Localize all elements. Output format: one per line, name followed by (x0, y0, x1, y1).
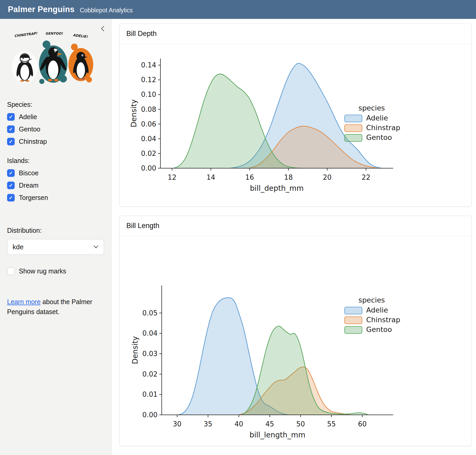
artwork-label-adelie: ADÉLIE! (73, 33, 88, 39)
distribution-group: Distribution: kde (7, 227, 104, 255)
svg-text:Gentoo: Gentoo (366, 325, 392, 334)
checkbox-icon (7, 169, 15, 177)
svg-text:Chinstrap: Chinstrap (366, 316, 400, 324)
sidebar-collapse-button[interactable] (99, 24, 107, 34)
svg-text:Gentoo: Gentoo (366, 133, 392, 141)
bill-length-card-title: Bill Length (120, 216, 472, 236)
svg-text:14: 14 (207, 173, 215, 181)
svg-text:bill_depth_mm: bill_depth_mm (250, 184, 304, 193)
island-option-biscoe[interactable]: Biscoe (7, 169, 104, 177)
svg-text:18: 18 (284, 173, 293, 181)
main-content: Bill Depth 1214161820220.000.020.040.060… (111, 19, 476, 455)
svg-text:Chinstrap: Chinstrap (366, 124, 400, 132)
islands-filter-group: Islands: Biscoe Dream Torgersen (7, 157, 104, 202)
svg-text:0.04: 0.04 (141, 135, 156, 143)
svg-text:0.00: 0.00 (142, 411, 158, 419)
learn-more-link[interactable]: Learn more (7, 298, 41, 305)
svg-text:0.02: 0.02 (141, 150, 156, 157)
svg-text:Adelie: Adelie (366, 306, 388, 314)
svg-text:20: 20 (323, 173, 332, 181)
penguins-artwork-image: CHINSTRAP! GENTOO! ADÉLIE! (7, 31, 96, 87)
svg-text:0.14: 0.14 (141, 61, 156, 69)
learn-more-text: Learn more about the Palmer Penguins dat… (7, 297, 98, 317)
checkbox-icon (7, 113, 15, 121)
svg-text:0.04: 0.04 (142, 329, 158, 337)
svg-text:Adelie: Adelie (366, 114, 388, 122)
checkbox-label: Show rug marks (19, 267, 66, 275)
svg-text:bill_length_mm: bill_length_mm (250, 431, 305, 439)
chinstrap-penguin-illustration (12, 51, 38, 83)
checkbox-label: Biscoe (19, 169, 39, 177)
svg-text:0.00: 0.00 (141, 164, 156, 172)
checkbox-icon (7, 125, 15, 133)
app-layout: CHINSTRAP! GENTOO! ADÉLIE! (0, 19, 476, 455)
app-header: Palmer Penguins Cobblepot Analytics (0, 0, 476, 19)
svg-text:0.03: 0.03 (142, 350, 158, 358)
checkbox-label: Adelie (19, 113, 37, 121)
svg-text:0.05: 0.05 (142, 309, 158, 317)
bill-length-chart: 303540455055600.000.010.020.030.040.05bi… (121, 237, 469, 444)
bill-depth-card: Bill Depth 1214161820220.000.020.040.060… (119, 24, 472, 207)
svg-text:species: species (359, 104, 385, 112)
sidebar: CHINSTRAP! GENTOO! ADÉLIE! (0, 19, 111, 455)
species-filter-group: Species: Adelie Gentoo Chinstrap (7, 101, 104, 145)
species-group-label: Species: (7, 101, 104, 108)
svg-text:0.06: 0.06 (141, 120, 156, 128)
checkbox-label: Dream (19, 182, 39, 189)
distribution-select-value: kde (13, 243, 24, 251)
bill-depth-card-title: Bill Depth (120, 24, 472, 44)
svg-text:Density: Density (129, 99, 138, 127)
gentoo-penguin-illustration (39, 40, 67, 84)
svg-text:35: 35 (204, 420, 212, 428)
svg-text:species: species (359, 296, 385, 304)
svg-text:Density: Density (131, 336, 139, 364)
svg-text:12: 12 (168, 173, 176, 181)
show-rug-marks-checkbox[interactable]: Show rug marks (7, 267, 104, 275)
svg-text:0.10: 0.10 (141, 91, 156, 98)
svg-text:30: 30 (173, 420, 181, 428)
checkbox-label: Torgersen (19, 194, 48, 202)
island-option-torgersen[interactable]: Torgersen (7, 194, 104, 202)
svg-text:0.01: 0.01 (142, 390, 158, 398)
artwork-label-gentoo: GENTOO! (45, 31, 63, 35)
species-option-chinstrap[interactable]: Chinstrap (7, 138, 104, 145)
species-option-adelie[interactable]: Adelie (7, 113, 104, 121)
penguins-artwork: CHINSTRAP! GENTOO! ADÉLIE! (7, 31, 104, 88)
bill-depth-chart: 1214161820220.000.020.040.060.080.100.12… (121, 45, 469, 205)
app-title: Palmer Penguins (8, 5, 75, 14)
svg-text:0.02: 0.02 (142, 370, 158, 378)
svg-text:60: 60 (358, 420, 367, 428)
svg-text:22: 22 (362, 173, 370, 181)
app-subtitle: Cobblepot Analytics (80, 7, 133, 14)
islands-group-label: Islands: (7, 157, 104, 165)
species-option-gentoo[interactable]: Gentoo (7, 125, 104, 133)
svg-text:0.08: 0.08 (141, 105, 156, 113)
svg-text:45: 45 (266, 420, 274, 428)
bill-length-card: Bill Length 303540455055600.000.010.020.… (119, 216, 472, 446)
artwork-label-chinstrap: CHINSTRAP! (14, 31, 38, 38)
svg-text:40: 40 (235, 420, 243, 428)
checkbox-icon (7, 138, 15, 145)
checkbox-icon (7, 194, 15, 202)
chevron-left-icon (100, 25, 106, 32)
distribution-label: Distribution: (7, 227, 104, 234)
bill-length-card-body: 303540455055600.000.010.020.030.040.05bi… (120, 236, 472, 446)
checkbox-icon (7, 267, 15, 275)
checkbox-icon (7, 182, 15, 189)
svg-text:50: 50 (296, 420, 305, 428)
island-option-dream[interactable]: Dream (7, 182, 104, 189)
svg-text:55: 55 (327, 420, 336, 428)
bill-depth-card-body: 1214161820220.000.020.040.060.080.100.12… (120, 44, 472, 207)
checkbox-label: Chinstrap (19, 138, 47, 145)
chevron-down-icon (93, 245, 99, 249)
distribution-select[interactable]: kde (7, 239, 104, 255)
adelie-penguin-illustration (68, 44, 93, 82)
svg-text:0.12: 0.12 (141, 76, 156, 84)
svg-text:16: 16 (245, 173, 254, 181)
checkbox-label: Gentoo (19, 125, 40, 133)
